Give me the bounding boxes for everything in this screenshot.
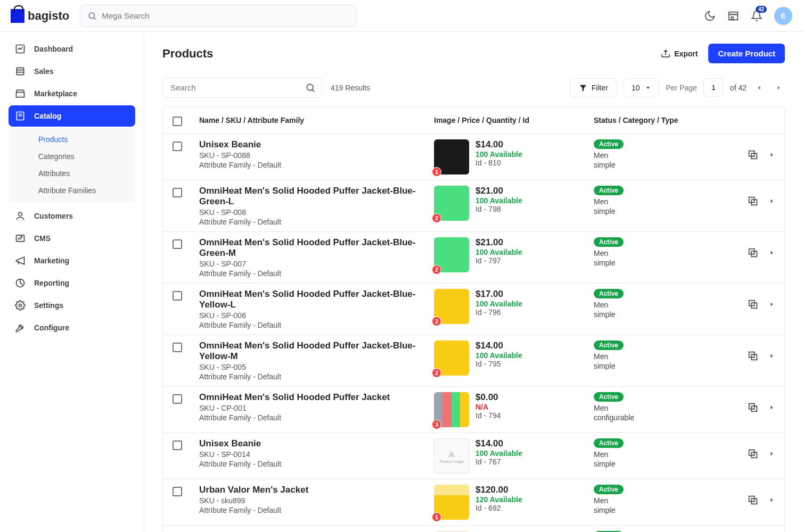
mega-search-input[interactable] bbox=[80, 4, 357, 27]
product-thumb: 1 bbox=[434, 139, 469, 174]
product-name: Unisex Beanie bbox=[199, 139, 434, 150]
reporting-icon bbox=[15, 278, 26, 288]
list-search-input[interactable] bbox=[162, 77, 322, 98]
export-button[interactable]: Export bbox=[661, 49, 698, 59]
chevron-right-icon[interactable] bbox=[768, 250, 775, 256]
sidebar-item-reporting[interactable]: Reporting bbox=[9, 272, 135, 294]
copy-icon[interactable] bbox=[747, 402, 759, 413]
chevron-right-icon[interactable] bbox=[768, 353, 775, 359]
table-row: OmniHeat Men's Solid Hooded Puffer Jacke… bbox=[163, 180, 784, 232]
chevron-right-icon[interactable] bbox=[768, 301, 775, 307]
chevron-right-icon[interactable] bbox=[768, 404, 775, 411]
toolbar-right: Filter 10 Per Page of 42 bbox=[570, 78, 785, 97]
chevron-right-icon[interactable] bbox=[768, 152, 775, 158]
sidebar-subitem-attribute-families[interactable]: Attribute Families bbox=[9, 182, 135, 199]
copy-icon[interactable] bbox=[747, 350, 759, 362]
table-row: Midnight Blossom Women's Black Floral Pr… bbox=[163, 526, 784, 532]
thumb-badge: 2 bbox=[432, 265, 441, 275]
copy-icon[interactable] bbox=[747, 149, 759, 161]
row-checkbox[interactable] bbox=[173, 440, 182, 450]
next-page-button[interactable] bbox=[772, 85, 785, 91]
copy-icon[interactable] bbox=[747, 448, 759, 460]
col-status[interactable]: Status / Category / Type bbox=[594, 116, 732, 124]
col-image[interactable]: Image / Price / Quantity / Id bbox=[434, 116, 594, 124]
marketplace-icon bbox=[15, 88, 26, 99]
svg-rect-9 bbox=[17, 93, 24, 97]
avatar[interactable]: E bbox=[774, 7, 792, 25]
product-name: Urban Valor Men's Jacket bbox=[199, 485, 434, 495]
sidebar-item-label: Sales bbox=[34, 67, 54, 76]
sidebar-item-catalog[interactable]: Catalog bbox=[9, 105, 135, 127]
product-attr-family: Attribute Family - Default bbox=[199, 372, 434, 381]
prev-page-button[interactable] bbox=[753, 85, 766, 91]
per-page-select[interactable]: 10 bbox=[624, 78, 660, 97]
chevron-right-icon[interactable] bbox=[768, 451, 775, 457]
chevron-right-icon[interactable] bbox=[768, 497, 775, 503]
row-checkbox[interactable] bbox=[173, 142, 182, 151]
bell-icon[interactable]: 42 bbox=[751, 10, 763, 22]
logo[interactable]: bagisto bbox=[11, 9, 69, 23]
sidebar-item-sales[interactable]: Sales bbox=[9, 61, 135, 82]
row-checkbox[interactable] bbox=[173, 291, 182, 301]
per-page-label: Per Page bbox=[666, 84, 697, 92]
row-checkbox[interactable] bbox=[173, 343, 182, 352]
product-id: Id - 798 bbox=[476, 205, 522, 213]
status-badge: Active bbox=[594, 438, 624, 448]
thumb-badge: 2 bbox=[432, 317, 441, 326]
sidebar-item-configure[interactable]: Configure bbox=[9, 317, 135, 338]
sidebar-item-marketplace[interactable]: Marketplace bbox=[9, 83, 135, 104]
topbar-right: 42 E bbox=[704, 7, 792, 25]
product-thumb: 2 bbox=[434, 186, 469, 221]
product-thumb-placeholder: Product Image bbox=[434, 438, 469, 473]
sidebar-subitem-attributes[interactable]: Attributes bbox=[9, 165, 135, 182]
status-badge: Active bbox=[594, 485, 624, 494]
product-type: simple bbox=[594, 506, 732, 514]
product-sku: SKU - SP-0088 bbox=[199, 151, 434, 160]
sidebar-subitem-products[interactable]: Products bbox=[9, 131, 135, 148]
select-all-checkbox[interactable] bbox=[173, 117, 182, 126]
copy-icon[interactable] bbox=[747, 195, 759, 207]
product-id: Id - 794 bbox=[476, 411, 501, 420]
copy-icon[interactable] bbox=[747, 494, 759, 506]
chevron-right-icon[interactable] bbox=[768, 198, 775, 204]
product-type: simple bbox=[594, 161, 732, 169]
thumb-badge: 1 bbox=[432, 512, 441, 522]
svg-marker-25 bbox=[646, 87, 650, 89]
product-price: $14.00 bbox=[476, 139, 522, 150]
sidebar-item-customers[interactable]: Customers bbox=[9, 205, 135, 227]
product-availability: N/A bbox=[476, 403, 501, 411]
product-price: $14.00 bbox=[476, 340, 522, 351]
search-icon[interactable] bbox=[305, 82, 316, 93]
product-attr-family: Attribute Family - Default bbox=[199, 460, 434, 468]
product-id: Id - 796 bbox=[476, 308, 522, 317]
table-row: Unisex BeanieSKU - SP-0088Attribute Fami… bbox=[163, 134, 784, 180]
thumb-badge: 1 bbox=[432, 167, 441, 177]
notification-count: 42 bbox=[756, 6, 767, 13]
row-checkbox[interactable] bbox=[173, 188, 182, 197]
row-checkbox[interactable] bbox=[173, 487, 182, 496]
sidebar-item-dashboard[interactable]: Dashboard bbox=[9, 38, 135, 60]
product-name: Unisex Beanie bbox=[199, 438, 434, 449]
sidebar-subitem-categories[interactable]: Categories bbox=[9, 148, 135, 165]
status-badge: Active bbox=[594, 139, 624, 149]
sidebar-item-marketing[interactable]: Marketing bbox=[9, 250, 135, 271]
product-type: simple bbox=[594, 259, 732, 267]
dark-mode-icon[interactable] bbox=[704, 10, 716, 22]
product-thumb: 2 bbox=[434, 289, 469, 324]
col-name[interactable]: Name / SKU / Attribute Family bbox=[199, 116, 434, 124]
copy-icon[interactable] bbox=[747, 298, 759, 310]
row-checkbox[interactable] bbox=[173, 394, 182, 404]
filter-button[interactable]: Filter bbox=[570, 78, 617, 97]
status-badge: Active bbox=[594, 289, 624, 298]
page-input[interactable] bbox=[703, 78, 724, 97]
sidebar-item-label: Marketplace bbox=[34, 89, 77, 98]
row-checkbox[interactable] bbox=[173, 239, 182, 249]
product-attr-family: Attribute Family - Default bbox=[199, 321, 434, 329]
table-row: OmniHeat Men's Solid Hooded Puffer Jacke… bbox=[163, 232, 784, 284]
sidebar-item-cms[interactable]: CMS bbox=[9, 228, 135, 249]
store-icon[interactable] bbox=[727, 10, 739, 22]
sidebar-item-settings[interactable]: Settings bbox=[9, 295, 135, 316]
create-product-button[interactable]: Create Product bbox=[708, 44, 785, 63]
copy-icon[interactable] bbox=[747, 247, 759, 259]
search-icon bbox=[87, 11, 97, 21]
